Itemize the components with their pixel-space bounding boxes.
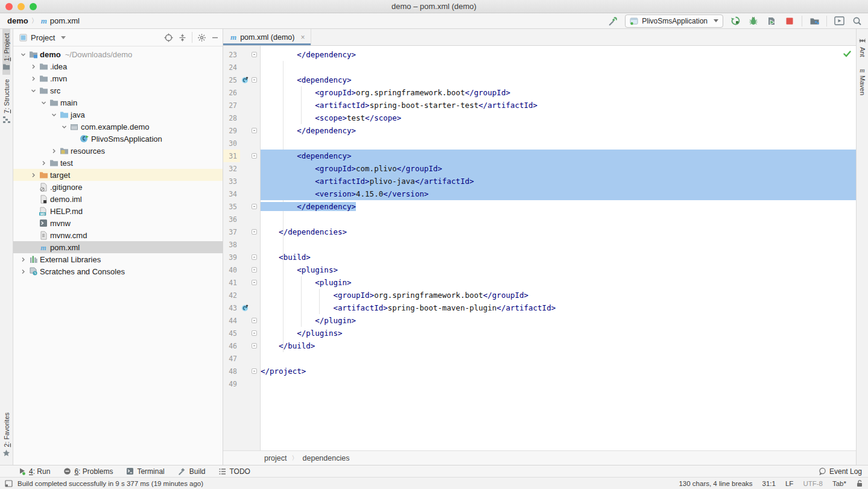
gutter-row[interactable]: 35 [223, 200, 260, 213]
gutter-row[interactable]: 24 [223, 61, 260, 74]
toolwindow-button-run[interactable]: 4: Run [18, 467, 50, 476]
hammer-icon[interactable] [607, 15, 619, 27]
project-view-selector[interactable]: Project [19, 33, 160, 42]
gutter-row[interactable]: 27 [223, 99, 260, 112]
toolwindow-button-terminal[interactable]: Terminal [126, 467, 164, 476]
gutter-row[interactable]: 28 [223, 112, 260, 124]
fold-marker[interactable] [250, 365, 259, 377]
fold-marker[interactable] [250, 263, 259, 276]
run-configuration-select[interactable]: PlivoSmsApplication [625, 14, 723, 28]
breadcrumb-file[interactable]: pom.xml [50, 16, 80, 25]
code-line-40[interactable]: <plugins> [261, 263, 856, 276]
chevron-expanded-icon[interactable] [39, 100, 48, 106]
gutter-row[interactable]: 32 [223, 162, 260, 175]
code-line-30[interactable] [261, 137, 856, 150]
breadcrumb-root[interactable]: demo [7, 16, 28, 25]
code-line-48[interactable]: </project> [261, 365, 856, 377]
toolwindow-button-build[interactable]: Build [178, 467, 206, 476]
code-line-25[interactable]: <dependency> [261, 74, 856, 86]
fold-marker[interactable] [250, 314, 259, 327]
gutter-row[interactable]: 47 [223, 352, 260, 365]
fold-marker[interactable] [250, 124, 259, 137]
editor-breadcrumb-dependencies[interactable]: dependencies [303, 454, 350, 462]
fold-marker[interactable] [250, 150, 259, 162]
line-separator[interactable]: LF [785, 480, 793, 487]
debug-icon[interactable] [747, 15, 759, 27]
chevron-expanded-icon[interactable] [49, 112, 59, 118]
code-line-32[interactable]: <groupId>com.plivo</groupId> [261, 162, 856, 175]
fold-marker[interactable] [250, 200, 259, 213]
tree-item-mvnw[interactable]: mvnw [13, 217, 223, 229]
file-encoding[interactable]: UTF-8 [803, 480, 823, 487]
inspection-ok-icon[interactable] [843, 51, 851, 57]
chevron-collapsed-icon[interactable] [28, 172, 38, 178]
code-line-41[interactable]: <plugin> [261, 276, 856, 289]
editor-gutter[interactable]: 2324252627282930313233343536373839404142… [223, 46, 261, 450]
run-window-icon[interactable] [833, 15, 845, 27]
tree-item--idea[interactable]: .idea [13, 60, 223, 72]
code-line-38[interactable] [261, 238, 856, 251]
code-line-31[interactable]: <dependency> [261, 150, 856, 162]
tree-item-test[interactable]: test [13, 157, 223, 169]
tool-stripe-button-maven[interactable]: mMaven [858, 62, 866, 99]
minimize-icon[interactable] [211, 34, 219, 42]
gutter-row[interactable]: 42 [223, 289, 260, 301]
status-message[interactable]: Build completed successfully in 9 s 377 … [17, 480, 203, 487]
fold-marker[interactable] [250, 74, 259, 86]
tree-item-target[interactable]: target [13, 169, 223, 181]
fold-marker[interactable] [250, 276, 259, 289]
gutter-row[interactable]: 37 [223, 226, 260, 238]
gutter-row[interactable]: 44 [223, 314, 260, 327]
event-log-button[interactable]: Event Log [819, 467, 862, 476]
collapse-all-icon[interactable] [178, 33, 187, 42]
locate-icon[interactable] [164, 33, 173, 42]
code-line-49[interactable] [261, 377, 856, 390]
code-line-36[interactable] [261, 213, 856, 226]
gutter-row[interactable]: 31 [223, 150, 260, 162]
gutter-row[interactable]: 30 [223, 137, 260, 150]
chevron-expanded-icon[interactable] [18, 52, 28, 57]
tree-item-plivosmsapplication[interactable]: CPlivoSmsApplication [13, 133, 223, 145]
gutter-row[interactable]: 41 [223, 276, 260, 289]
gutter-row[interactable]: 23 [223, 48, 260, 61]
gutter-row[interactable]: 36 [223, 213, 260, 226]
gutter-row[interactable]: 39 [223, 251, 260, 263]
caret-position[interactable]: 31:1 [762, 480, 776, 487]
gutter-dependency-icon-cell[interactable] [240, 301, 250, 314]
toolwindow-button-todo[interactable]: TODO [218, 467, 250, 476]
lock-icon[interactable] [856, 479, 863, 487]
chevron-expanded-icon[interactable] [59, 124, 69, 130]
code-line-45[interactable]: </plugins> [261, 327, 856, 339]
code-line-35[interactable]: </dependency> [261, 200, 856, 213]
chevron-collapsed-icon[interactable] [49, 148, 59, 154]
tree-item-help-md[interactable]: MDHELP.md [13, 205, 223, 217]
code-line-43[interactable]: <artifactId>spring-boot-maven-plugin</ar… [261, 301, 856, 314]
fold-marker[interactable] [250, 339, 259, 352]
gutter-row[interactable]: 48 [223, 365, 260, 377]
code-line-23[interactable]: </dependency> [261, 48, 856, 61]
gear-icon[interactable] [197, 33, 206, 42]
coverage-icon[interactable] [765, 15, 778, 27]
chevron-collapsed-icon[interactable] [18, 257, 28, 262]
chevron-expanded-icon[interactable] [28, 88, 38, 93]
tree-item-src[interactable]: src [13, 84, 223, 96]
code-editor[interactable]: 2324252627282930313233343536373839404142… [223, 46, 856, 450]
tree-item-java[interactable]: java [13, 109, 223, 121]
chevron-collapsed-icon[interactable] [18, 269, 28, 274]
code-line-27[interactable]: <artifactId>spring-boot-starter-test</ar… [261, 99, 856, 112]
tree-item--gitignore[interactable]: .gitignore [13, 181, 223, 193]
fold-marker[interactable] [250, 226, 259, 238]
gutter-row[interactable]: 45 [223, 327, 260, 339]
code-line-39[interactable]: <build> [261, 251, 856, 263]
code-line-44[interactable]: </plugin> [261, 314, 856, 327]
code-line-28[interactable]: <scope>test</scope> [261, 112, 856, 124]
tree-item-pom-xml[interactable]: mpom.xml [13, 241, 223, 253]
tree-item-main[interactable]: main [13, 96, 223, 109]
gutter-row[interactable]: 40 [223, 263, 260, 276]
tree-item-resources[interactable]: resources [13, 145, 223, 157]
search-icon[interactable] [851, 15, 863, 27]
tool-stripe-button-project[interactable]: 1: Project [2, 29, 10, 75]
code-line-47[interactable] [261, 352, 856, 365]
rerun-icon[interactable] [729, 15, 741, 27]
code-line-26[interactable]: <groupId>org.springframework.boot</group… [261, 86, 856, 99]
